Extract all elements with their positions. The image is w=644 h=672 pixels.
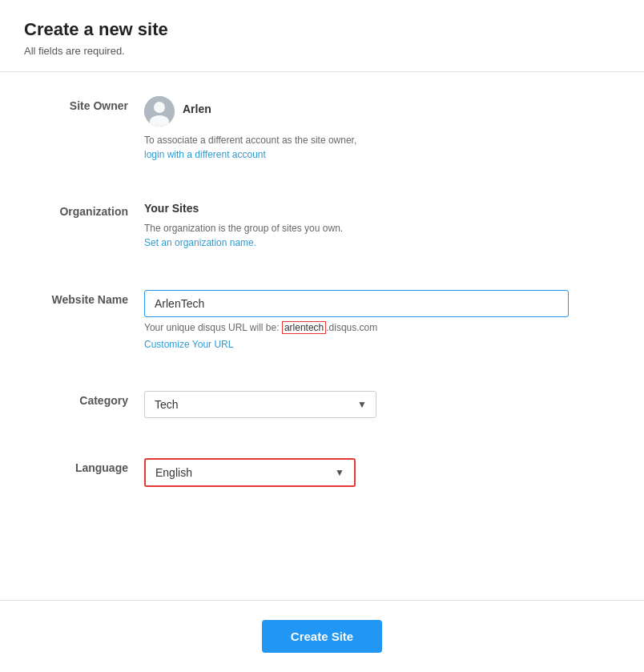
category-label: Category <box>24 391 144 407</box>
owner-name: Arlen <box>183 103 211 115</box>
language-content: English Spanish French German Chinese Ja… <box>144 458 593 487</box>
url-slug: arlentech <box>282 321 326 334</box>
category-select-wrapper: Tech News Sports Entertainment Gaming Ot… <box>144 391 376 418</box>
website-name-row: Website Name Your unique disqus URL will… <box>24 282 620 359</box>
avatar-icon <box>144 96 175 127</box>
site-owner-content: Arlen To associate a different account a… <box>144 96 593 162</box>
website-name-input[interactable] <box>144 290 569 317</box>
page-wrapper: Create a new site All fields are require… <box>0 0 644 672</box>
org-name: Your Sites <box>144 202 593 215</box>
category-select[interactable]: Tech News Sports Entertainment Gaming Ot… <box>144 391 376 418</box>
category-content: Tech News Sports Entertainment Gaming Ot… <box>144 391 593 418</box>
create-site-button[interactable]: Create Site <box>262 620 382 653</box>
form-section: Site Owner Arlen To associate a differen… <box>0 72 644 600</box>
customize-url-link[interactable]: Customize Your URL <box>144 339 233 350</box>
site-owner-label: Site Owner <box>24 96 144 112</box>
category-row: Category Tech News Sports Entertainment … <box>24 383 620 426</box>
language-select-wrapper: English Spanish French German Chinese Ja… <box>144 458 356 487</box>
org-helper: The organization is the group of sites y… <box>144 221 593 250</box>
organization-label: Organization <box>24 202 144 218</box>
set-org-name-link[interactable]: Set an organization name. <box>144 237 256 248</box>
site-owner-helper: To associate a different account as the … <box>144 133 593 162</box>
language-row: Language English Spanish French German C… <box>24 450 620 495</box>
language-label: Language <box>24 458 144 474</box>
page-subtitle: All fields are required. <box>24 45 620 57</box>
url-preview: Your unique disqus URL will be: arlentec… <box>144 322 593 333</box>
website-name-label: Website Name <box>24 290 144 306</box>
login-different-account-link[interactable]: login with a different account <box>144 149 266 160</box>
website-name-content: Your unique disqus URL will be: arlentec… <box>144 290 593 351</box>
page-title: Create a new site <box>24 19 620 40</box>
organization-content: Your Sites The organization is the group… <box>144 202 593 250</box>
svg-point-1 <box>154 102 165 113</box>
avatar <box>144 96 175 127</box>
site-owner-row: Site Owner Arlen To associate a differen… <box>24 88 620 170</box>
organization-row: Organization Your Sites The organization… <box>24 194 620 258</box>
site-owner-info: Arlen <box>144 96 593 127</box>
header-section: Create a new site All fields are require… <box>0 0 644 72</box>
language-select[interactable]: English Spanish French German Chinese Ja… <box>146 460 354 485</box>
footer-section: Create Site <box>0 600 644 672</box>
